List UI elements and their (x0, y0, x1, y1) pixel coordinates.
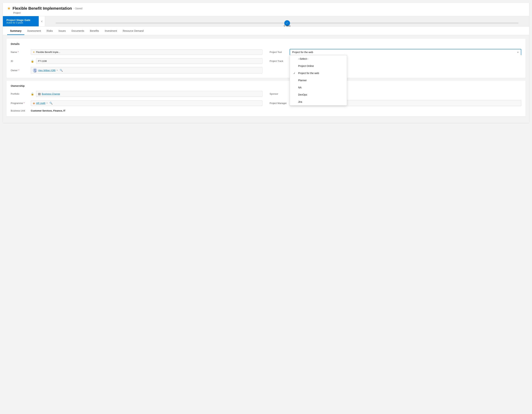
owner-remove-button[interactable]: × (57, 69, 58, 72)
owner-required: * (18, 69, 19, 72)
dropdown-item-devops[interactable]: DevOps (290, 91, 347, 98)
dropdown-item-project-web[interactable]: ✓ Project for the web (290, 69, 347, 77)
programme-required: * (24, 102, 25, 105)
stage-gate-subtitle: Active for 3 years (6, 21, 35, 24)
programme-field[interactable]: ◈ HR Uplift × 🔍 (31, 100, 262, 106)
lock-icon: 🔒 (31, 60, 34, 63)
stage-gate-back-button[interactable]: ‹ (39, 16, 45, 26)
business-unit-label: Business Unit (11, 109, 29, 112)
content-area: Details Name* ★ Flexible Benefit Imple..… (3, 35, 529, 123)
project-tool-value: Project for the web (292, 51, 313, 54)
programme-icon: ◈ (33, 101, 35, 105)
project-tool-label: Project Tool (270, 51, 287, 53)
details-title: Details (11, 42, 521, 45)
stage-gate-title: Project Stage Gate (6, 19, 35, 21)
details-fields-grid: Name* ★ Flexible Benefit Imple... Projec… (11, 49, 521, 74)
programme-name: HR Uplift (36, 102, 45, 105)
dropdown-check-project-web: ✓ (294, 72, 296, 75)
project-subtitle: Project (13, 11, 525, 14)
portfolio-lock-icon: 🔒 (31, 93, 34, 95)
tab-documents[interactable]: Documents (69, 27, 87, 35)
dropdown-label-planner: Planner (298, 79, 307, 82)
node-label: 0. Idea (284, 25, 290, 27)
avatar (33, 68, 37, 72)
business-unit-field-row: Business Unit Customer Services, Finance… (11, 109, 262, 112)
owner-field[interactable]: Alex Wilber (Offli × 🔍 (31, 67, 262, 74)
chevron-down-icon: ∨ (517, 51, 519, 53)
svg-point-0 (34, 69, 36, 71)
saved-status: - Saved (74, 7, 82, 10)
project-tool-dropdown-container: Project for the web ∨ --Select-- (290, 49, 521, 55)
id-input: FT-1108 (36, 58, 262, 64)
dropdown-item-planner[interactable]: Planner (290, 77, 347, 84)
dropdown-label-project-web: Project for the web (298, 72, 319, 75)
project-tool-dropdown-menu: --Select-- Project Online ✓ Project for … (290, 55, 347, 106)
portfolio-label: Portfolio (11, 93, 29, 95)
dropdown-label-na: NA (298, 86, 302, 89)
tab-benefits[interactable]: Benefits (87, 27, 102, 35)
name-star-icon: ★ (33, 51, 35, 53)
tabs-bar: Summary Assessment Risks Issues Document… (3, 27, 529, 35)
project-tool-field-row: Project Tool Project for the web ∨ --Sel… (270, 49, 521, 55)
programme-remove-button[interactable]: × (47, 102, 48, 104)
page-title: Flexible Benefit Implementation (13, 6, 72, 11)
dropdown-label-jira: Jira (298, 100, 302, 103)
id-label: ID (11, 60, 29, 62)
star-icon[interactable]: ★ (7, 6, 11, 11)
ownership-section: Ownership Portfolio 🔒 ▤ Business Change … (6, 81, 526, 116)
name-field-row: Name* ★ Flexible Benefit Imple... (11, 49, 262, 55)
progress-track: ✓ 0. Idea (56, 23, 518, 23)
stage-gate-label: Project Stage Gate Active for 3 years (3, 16, 39, 26)
tab-issues[interactable]: Issues (56, 27, 68, 35)
name-input[interactable]: ★ Flexible Benefit Imple... (31, 49, 262, 55)
name-required: * (18, 51, 19, 53)
progress-node: ✓ 0. Idea (284, 20, 290, 26)
portfolio-field-row: Portfolio 🔒 ▤ Business Change (11, 91, 262, 97)
owner-search-icon[interactable]: 🔍 (60, 69, 63, 72)
dropdown-item-na[interactable]: NA (290, 84, 347, 91)
dropdown-label-devops: DevOps (298, 93, 307, 96)
tab-risks[interactable]: Risks (44, 27, 56, 35)
ownership-title: Ownership (11, 84, 521, 87)
stage-gate-bar: Project Stage Gate Active for 3 years ‹ … (3, 16, 529, 27)
stage-progress-area: ✓ 0. Idea (45, 16, 529, 26)
details-section: Details Name* ★ Flexible Benefit Imple..… (6, 39, 526, 78)
dropdown-label-project-online: Project Online (298, 65, 314, 67)
tab-summary[interactable]: Summary (7, 27, 24, 35)
project-tool-dropdown[interactable]: Project for the web ∨ (290, 49, 521, 55)
owner-label: Owner* (11, 69, 29, 72)
dropdown-item-project-online[interactable]: Project Online (290, 62, 347, 69)
programme-label: Programme* (11, 102, 29, 105)
owner-field-row: Owner* Alex Wilber (Offli (11, 67, 262, 74)
portfolio-field[interactable]: ▤ Business Change (36, 91, 262, 97)
page-header: ★ Flexible Benefit Implementation - Save… (3, 3, 529, 16)
programme-search-icon[interactable]: 🔍 (49, 102, 53, 105)
programme-field-row: Programme* ◈ HR Uplift × 🔍 (11, 100, 262, 106)
tab-resource-demand[interactable]: Resource Demand (120, 27, 147, 35)
portfolio-icon: ▤ (38, 92, 41, 96)
dropdown-item-jira[interactable]: Jira (290, 98, 347, 106)
tab-investment[interactable]: Investment (102, 27, 120, 35)
name-label: Name* (11, 51, 29, 53)
sponsor-label: Sponsor (270, 93, 287, 95)
project-manager-label: Project Manager (270, 102, 287, 105)
owner-name: Alex Wilber (Offli (38, 69, 56, 72)
portfolio-name: Business Change (42, 93, 60, 95)
ownership-fields-grid: Portfolio 🔒 ▤ Business Change Sponsor (11, 91, 521, 112)
dropdown-item-select[interactable]: --Select-- (290, 55, 347, 62)
tab-assessment[interactable]: Assessment (24, 27, 44, 35)
svg-point-2 (34, 71, 35, 72)
dropdown-label-select: --Select-- (298, 57, 308, 60)
id-field-row: ID 🔒 FT-1108 (11, 58, 262, 64)
name-value: Flexible Benefit Imple... (36, 51, 60, 53)
project-track-label: Project Track (270, 60, 287, 62)
business-unit-value: Customer Services, Finance, IT (31, 109, 66, 112)
